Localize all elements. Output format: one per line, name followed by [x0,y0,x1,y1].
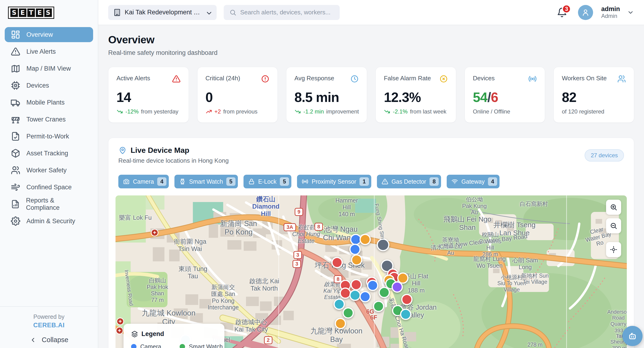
alert-triangle-icon [172,75,180,83]
sidebar: SETES OverviewLive AlertsMap / BIM ViewD… [0,0,98,348]
filter-chip-gateway[interactable]: Gateway4 [447,175,500,188]
sidebar-item-map-bim-view[interactable]: Map / BIM View [5,61,93,76]
powered-by-label: Powered by [5,313,93,320]
device-marker-camera[interactable] [367,280,378,291]
clock-icon [350,75,359,83]
user-role: Admin [601,13,620,19]
device-marker-offline[interactable] [377,238,390,251]
map-zoom-in-button[interactable] [606,200,621,215]
stat-card-active-alerts: Active Alerts14-12%from yesterday [108,67,189,123]
device-count-badge: 27 devices [584,149,624,162]
trend-value: -1.2 min [304,108,324,115]
stat-card-devices: Devices54/6Online / Offline [464,67,545,123]
chip-label: Gas Detector [392,178,426,185]
chevron-left-icon [30,337,36,344]
search-input[interactable] [240,9,334,16]
sidebar-item-label: Devices [26,82,49,89]
stat-trend: +2from previous [206,108,270,115]
device-marker-smart-watch[interactable] [378,287,390,298]
device-marker-gateway[interactable] [400,309,411,320]
sidebar-item-devices[interactable]: Devices [5,78,93,93]
stat-label: Critical (24h) [206,75,240,82]
avatar[interactable] [578,5,593,20]
device-marker-gas-detector[interactable] [332,257,343,268]
notifications-button[interactable]: 3 [557,7,567,18]
camera-icon [123,178,130,185]
device-marker-e-lock[interactable] [335,318,346,329]
stat-trend: of 120 registered [562,108,626,115]
gear-icon [11,216,20,226]
file-check-icon [11,132,20,141]
device-marker-camera[interactable] [349,244,361,255]
device-marker-camera[interactable] [360,291,371,302]
site-selector[interactable]: Kai Tak Redevelopment – Sit... [108,5,217,20]
sidebar-item-confined-space[interactable]: Confined Space [5,180,93,195]
map-canvas[interactable]: 樂富 Lok Fu鑽石山 Diamond Hill新蒲崗 San Po Kong… [116,195,627,348]
hospital-icon: + [151,229,158,236]
radio-icon [302,178,308,185]
filter-chip-proximity-sensor[interactable]: Proximity Sensor1 [297,175,371,188]
sidebar-item-tower-cranes[interactable]: Tower Cranes [5,112,93,127]
device-marker-gas-detector[interactable] [340,288,351,299]
logo-glyph: T [27,8,35,17]
trending-down-icon [116,108,123,115]
stat-trend: -2.1%from last week [384,108,448,115]
filter-chip-gas-detector[interactable]: Gas Detector8 [377,175,441,188]
device-marker-gateway[interactable] [334,299,345,310]
trend-value: -2.1% [393,108,408,115]
device-marker-e-lock[interactable] [351,254,362,266]
brand-link[interactable]: CEREB.AI [5,322,93,329]
app-root: SETES OverviewLive AlertsMap / BIM ViewD… [0,0,644,348]
sidebar-item-label: Worker Safety [26,167,67,174]
trend-value: -12% [126,108,138,115]
filter-chip-e-lock[interactable]: E-Lock5 [244,175,291,188]
sidebar-item-live-alerts[interactable]: Live Alerts [5,44,93,59]
sidebar-item-label: Admin & Security [26,217,75,225]
alert-triangle-icon [11,47,20,56]
sidebar-item-worker-safety[interactable]: Worker Safety [5,163,93,178]
stat-trend: -1.2 minimprovement [294,108,359,115]
sidebar-item-mobile-plants[interactable]: Mobile Plants [5,95,93,110]
trending-down-icon [294,108,301,115]
map-locate-button[interactable] [606,242,621,257]
device-marker-smart-watch[interactable] [342,307,354,319]
road-shield: 8 [314,223,323,231]
filter-chip-camera[interactable]: Camera4 [118,175,169,188]
live-device-map-card: Live Device Map Real-time device locatio… [108,138,634,348]
sidebar-item-label: Permit-to-Work [26,133,69,140]
device-marker-gateway[interactable] [349,290,361,301]
watch-icon [179,178,186,185]
filter-chip-smart-watch[interactable]: Smart Watch5 [174,175,238,188]
chip-label: Smart Watch [189,178,223,185]
sidebar-item-overview[interactable]: Overview [5,27,93,42]
device-marker-gas-detector[interactable] [401,294,412,305]
sidebar-item-label: Asset Tracking [26,150,68,157]
sidebar-item-permit-to-work[interactable]: Permit-to-Work [5,129,93,144]
device-marker-smart-watch[interactable] [373,301,384,312]
chip-count: 5 [280,177,289,186]
sidebar-item-asset-tracking[interactable]: Asset Tracking [5,146,93,161]
user-menu-button[interactable] [627,9,634,16]
collapse-button[interactable]: Collapse [5,336,93,344]
sidebar-item-admin-security[interactable]: Admin & Security [5,213,93,229]
search-box[interactable] [224,5,340,20]
stat-value: 8.5 min [294,91,359,104]
map-icon [11,64,20,73]
chip-count: 1 [360,177,369,186]
legend-dot [180,344,185,348]
stat-card-workers-on-site: Workers On Site82of 120 registered [554,67,634,123]
trend-text: from yesterday [141,108,178,115]
main-area: Kai Tak Redevelopment – Sit... 3 admin A… [98,0,644,348]
device-marker-e-lock[interactable] [360,234,371,245]
device-marker-gas-detector[interactable] [350,279,362,290]
map-zoom-out-button[interactable] [606,218,621,233]
map-controls [606,200,621,257]
chatbot-fab[interactable] [622,326,642,346]
stat-card-false-alarm-rate: False Alarm Rate12.3%-2.1%from last week [376,67,456,123]
lock-icon [248,178,255,185]
user-meta: admin Admin [601,5,620,19]
device-marker-proximity-sensor[interactable] [392,281,403,293]
sidebar-item-reports-compliance[interactable]: Reports & Compliance [5,197,93,212]
stat-card-critical-24h: Critical (24h)0+2from previous [197,67,278,123]
sidebar-item-label: Reports & Compliance [26,197,87,211]
